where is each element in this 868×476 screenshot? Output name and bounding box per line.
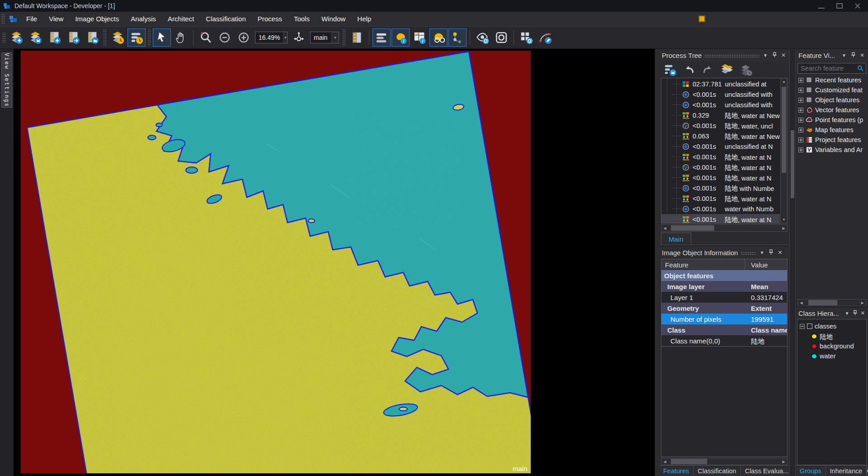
- search-icon[interactable]: [857, 65, 864, 72]
- feature-row-object-features[interactable]: Object features: [661, 270, 787, 281]
- window-layout-button[interactable]: [348, 29, 366, 47]
- view-classification-button[interactable]: i: [392, 29, 410, 47]
- image-object-level-button[interactable]: [448, 29, 467, 47]
- panel-menu-icon[interactable]: ▼: [841, 53, 847, 58]
- close-icon[interactable]: ✕: [780, 52, 787, 58]
- close-icon[interactable]: ✕: [777, 249, 783, 256]
- toolbar-grip[interactable]: [2, 32, 5, 43]
- feature-search-box[interactable]: [797, 63, 866, 74]
- classified-scene[interactable]: [14, 49, 655, 476]
- expand-icon[interactable]: [798, 88, 803, 93]
- process-row[interactable]: <0.001s陆地 with Numbe: [661, 183, 780, 193]
- panel-drag-handle[interactable]: [741, 252, 756, 255]
- stack-gray-button[interactable]: [739, 62, 753, 77]
- class-陆地[interactable]: 陆地: [797, 331, 866, 341]
- expand-icon[interactable]: [798, 128, 803, 133]
- maximize-button[interactable]: [836, 3, 843, 9]
- process-row[interactable]: 0.329陆地, water at New: [661, 110, 780, 120]
- pixel-object-view-button[interactable]: i: [410, 29, 429, 47]
- dock-splitter-2[interactable]: [789, 49, 796, 476]
- show-hide-outlines-button[interactable]: [473, 29, 491, 47]
- analysis-builder-button[interactable]: [108, 29, 127, 47]
- map-viewer[interactable]: main: [14, 49, 655, 476]
- process-tree-hscrollbar[interactable]: ◀ ▶: [661, 224, 788, 232]
- process-row[interactable]: 02:37.781unclassified at: [661, 79, 780, 89]
- feature-row-class[interactable]: ClassClass name: [661, 324, 787, 335]
- pin-icon[interactable]: [852, 310, 857, 316]
- import-scenes-button[interactable]: [64, 29, 82, 47]
- dock-splitter-1[interactable]: [655, 49, 659, 476]
- class-background[interactable]: background: [797, 341, 866, 351]
- scroll-right-icon[interactable]: ▶: [780, 460, 787, 464]
- redo-button[interactable]: [701, 62, 715, 77]
- expand-icon[interactable]: [798, 118, 803, 123]
- view-settings-tab[interactable]: View Settings: [1, 52, 12, 108]
- process-row[interactable]: <0.001sunclassified with: [661, 100, 780, 110]
- process-tree-list[interactable]: 02:37.781unclassified at<0.001sunclassif…: [661, 78, 788, 224]
- pan-hand-button[interactable]: [172, 29, 190, 47]
- collapse-icon[interactable]: [800, 324, 805, 329]
- feature-group-customized-feat[interactable]: Customized feat: [796, 85, 868, 95]
- expand-icon[interactable]: [798, 78, 803, 83]
- tab-class-evalua-[interactable]: Class Evalua...: [741, 466, 793, 476]
- panel-menu-icon[interactable]: ▼: [762, 53, 769, 58]
- transparency-view-button[interactable]: [429, 29, 448, 47]
- scroll-left-icon[interactable]: ◀: [661, 226, 668, 230]
- scroll-right-icon[interactable]: ▶: [780, 226, 787, 230]
- pin-icon[interactable]: [768, 249, 774, 256]
- manage-aliases-button[interactable]: [517, 29, 535, 47]
- chevron-down-icon[interactable]: ▼: [331, 32, 339, 43]
- process-row[interactable]: <0.001s陆地, water at N: [661, 172, 780, 183]
- view-layer-button[interactable]: [373, 29, 391, 47]
- select-cursor-button[interactable]: [153, 29, 171, 47]
- process-row[interactable]: <0.001s陆地, water at N: [661, 193, 780, 204]
- tab-features[interactable]: Features: [659, 466, 693, 476]
- feature-row-class-name-0-0-[interactable]: Class name(0,0)陆地: [661, 335, 787, 346]
- process-row[interactable]: <0.001s陆地, water at N: [661, 214, 780, 224]
- menubar-grip[interactable]: [1, 14, 5, 24]
- class-hierarchy-tree[interactable]: classes 陆地backgroundwater: [797, 319, 867, 465]
- scroll-right-icon[interactable]: ▶: [859, 301, 866, 305]
- feature-view-hscrollbar[interactable]: ◀ ▶: [797, 299, 866, 306]
- map-combo[interactable]: main▼: [310, 32, 339, 43]
- scroll-left-icon[interactable]: ◀: [798, 301, 805, 305]
- expand-icon[interactable]: [798, 138, 803, 143]
- create-project-button[interactable]: [7, 29, 25, 47]
- tab-classification[interactable]: Classification: [693, 466, 741, 476]
- feature-group-point-features-p[interactable]: Point features (p: [796, 115, 868, 125]
- minimize-button[interactable]: [818, 3, 825, 9]
- column-feature[interactable]: Feature: [661, 259, 745, 270]
- feature-row-image-layer[interactable]: Image layerMean: [661, 281, 787, 292]
- tab-groups[interactable]: Groups: [796, 466, 826, 476]
- process-row[interactable]: <0.001s陆地, water at N: [661, 162, 780, 172]
- menu-view[interactable]: View: [43, 12, 69, 26]
- expand-icon[interactable]: [798, 98, 803, 103]
- menu-classification[interactable]: Classification: [200, 12, 251, 26]
- classes-root-node[interactable]: classes: [797, 321, 866, 331]
- expand-icon[interactable]: [798, 148, 803, 152]
- feature-value-table[interactable]: Feature Value Object featuresImage layer…: [661, 259, 788, 347]
- stack-yellow-button[interactable]: [720, 62, 734, 77]
- scroll-left-icon[interactable]: ◀: [661, 460, 668, 464]
- tab-inheritance[interactable]: Inheritance: [826, 466, 867, 476]
- close-icon[interactable]: ✕: [859, 52, 865, 58]
- feature-group-object-features[interactable]: Object features: [796, 95, 868, 105]
- menu-file[interactable]: File: [20, 12, 43, 26]
- column-value[interactable]: Value: [745, 259, 787, 270]
- panel-menu-icon[interactable]: ▼: [844, 311, 849, 316]
- scroll-up-icon[interactable]: ▲: [782, 78, 786, 85]
- menu-architect[interactable]: Architect: [162, 12, 200, 26]
- panel-menu-icon[interactable]: ▼: [759, 250, 765, 255]
- chevron-down-icon[interactable]: ▼: [283, 32, 287, 43]
- process-row[interactable]: <0.001s陆地, water, uncl: [661, 120, 780, 131]
- feature-group-project-features[interactable]: Project features: [796, 135, 868, 145]
- menu-analysis[interactable]: Analysis: [125, 12, 162, 26]
- search-input[interactable]: [798, 65, 857, 72]
- navigate-button[interactable]: [290, 29, 308, 47]
- save-project-button[interactable]: [26, 29, 44, 47]
- tab-main[interactable]: Main: [661, 233, 691, 245]
- zoom-out-button[interactable]: [216, 29, 234, 47]
- menu-tools[interactable]: Tools: [288, 12, 316, 26]
- feature-group-map-features[interactable]: Map features: [796, 125, 868, 135]
- menu-window[interactable]: Window: [316, 12, 351, 26]
